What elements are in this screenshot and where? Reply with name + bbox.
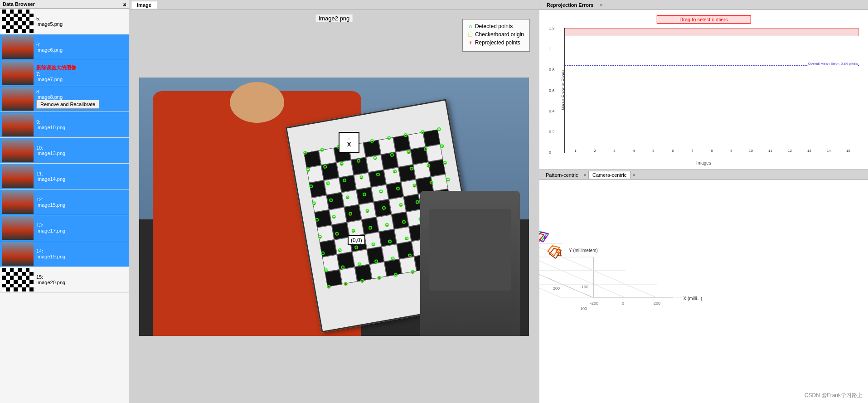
db-item-num-8: 13: bbox=[36, 223, 65, 228]
db-item-num-9: 14: bbox=[36, 248, 65, 254]
db-item-info-4: 9:Image10.png bbox=[36, 119, 65, 130]
reprojected-point: + bbox=[446, 178, 450, 181]
bar-wrap-5[interactable]: 5 bbox=[645, 148, 662, 153]
reprojection-panel: Reprojection Errors × Drag to select out… bbox=[539, 0, 868, 170]
reprojected-point: + bbox=[437, 127, 441, 131]
bar-wrap-10[interactable]: 10 bbox=[742, 148, 760, 153]
db-item-Image6-png[interactable]: 6:Image6.png bbox=[0, 34, 129, 60]
drag-select-label[interactable]: Drag to select outliers bbox=[656, 15, 751, 24]
y-tick-0.2: 0.2 bbox=[549, 130, 555, 134]
db-item-Image17-png[interactable]: 13:Image17.png bbox=[0, 215, 129, 241]
bar-wrap-2[interactable]: 2 bbox=[586, 148, 604, 153]
bar-wrap-1[interactable]: 1 bbox=[567, 148, 584, 153]
bar-wrap-9[interactable]: 9 bbox=[723, 148, 740, 153]
db-item-Image14-png[interactable]: 11:Image14.png bbox=[0, 164, 129, 189]
image-tab[interactable]: Image bbox=[131, 1, 157, 9]
bar-wrap-11[interactable]: 11 bbox=[761, 148, 779, 153]
pattern-centric-tab[interactable]: Pattern-centric bbox=[542, 171, 582, 179]
db-item-Image7-png[interactable]: 删除误差大的图像7:Image7.png bbox=[0, 60, 129, 86]
db-item-info-1: 6:Image6.png bbox=[36, 42, 63, 53]
bar-label-10: 10 bbox=[749, 149, 753, 153]
bar-label-12: 12 bbox=[788, 149, 792, 153]
bar-wrap-14[interactable]: 14 bbox=[820, 148, 838, 153]
db-item-name-1: Image6.png bbox=[36, 47, 63, 53]
bar-label-2: 2 bbox=[594, 149, 596, 153]
y-tick-0.4: 0.4 bbox=[549, 109, 555, 113]
bar-label-3: 3 bbox=[613, 149, 615, 153]
db-item-Image8-png[interactable]: 8:Image8.pngRemove and Recalibrate bbox=[0, 86, 129, 112]
legend-reprojected-label: Reprojected points bbox=[475, 39, 520, 46]
reprojection-tab-label[interactable]: Reprojection Errors bbox=[542, 1, 598, 9]
legend-box: ○ Detected points □ Checkerboard origin … bbox=[462, 19, 530, 52]
bars-container: 123456789101112131415 bbox=[565, 28, 859, 153]
db-item-num-1: 6: bbox=[36, 42, 63, 47]
bar-wrap-7[interactable]: 7 bbox=[684, 148, 701, 153]
image-tab-bar: Image bbox=[129, 0, 539, 10]
db-item-Image10-png[interactable]: 9:Image10.png bbox=[0, 112, 129, 138]
reprojected-point: + bbox=[443, 161, 446, 164]
db-item-warning: 删除误差大的图像 bbox=[36, 64, 76, 71]
db-item-Image13-png[interactable]: 10:Image13.png bbox=[0, 138, 129, 164]
db-item-num-2: 7: bbox=[36, 71, 76, 77]
db-item-Image15-png[interactable]: 12:Image15.png bbox=[0, 189, 129, 215]
bar-wrap-12[interactable]: 12 bbox=[781, 148, 799, 153]
db-item-thumb-9 bbox=[2, 242, 34, 266]
db-item-name-8: Image17.png bbox=[36, 228, 65, 233]
data-browser-title: Data Browser bbox=[3, 1, 35, 7]
scene-background: ++++++++++++++++++++++++++++++++++++++++… bbox=[139, 78, 529, 336]
views-content bbox=[539, 180, 868, 403]
chart-area: Drag to select outliers Mean Error in Pi… bbox=[539, 10, 868, 169]
db-item-name-7: Image15.png bbox=[36, 202, 65, 208]
axis-x-marker: ↑ X bbox=[339, 132, 359, 153]
db-item-name-9: Image19.png bbox=[36, 254, 65, 259]
bar-label-6: 6 bbox=[672, 149, 674, 153]
bar-wrap-4[interactable]: 4 bbox=[625, 148, 643, 153]
camera-centric-close[interactable]: × bbox=[632, 172, 635, 178]
db-item-name-0: Image5.png bbox=[36, 21, 63, 27]
drag-selection-region[interactable] bbox=[565, 28, 859, 36]
bar-label-7: 7 bbox=[691, 149, 693, 153]
y-tick-1.2: 1.2 bbox=[549, 26, 555, 30]
db-item-info-10: 15:Image20.png bbox=[36, 274, 65, 285]
data-browser-list: 5:Image5.png6:Image6.png删除误差大的图像7:Image7… bbox=[0, 9, 129, 403]
db-item-num-6: 11: bbox=[36, 171, 65, 176]
bar-wrap-15[interactable]: 15 bbox=[839, 148, 857, 153]
db-item-thumb-4 bbox=[2, 113, 34, 136]
db-item-info-3: 8:Image8.pngRemove and Recalibrate bbox=[36, 89, 99, 109]
db-item-num-4: 9: bbox=[36, 119, 65, 125]
db-item-thumb-7 bbox=[2, 190, 34, 214]
bar-wrap-8[interactable]: 8 bbox=[703, 148, 721, 153]
legend-detected-icon: ○ bbox=[468, 23, 472, 29]
pattern-centric-close[interactable]: × bbox=[584, 172, 587, 178]
bar-wrap-13[interactable]: 13 bbox=[800, 148, 818, 153]
remove-recalibrate-button[interactable]: Remove and Recalibrate bbox=[36, 100, 99, 109]
db-item-thumb-2 bbox=[2, 61, 34, 85]
right-panel: Reprojection Errors × Drag to select out… bbox=[539, 0, 868, 403]
legend-origin: □ Checkerboard origin bbox=[468, 31, 524, 38]
origin-marker: (0,0) bbox=[348, 235, 365, 245]
db-item-thumb-3 bbox=[2, 87, 34, 111]
db-item-num-3: 8: bbox=[36, 89, 99, 94]
data-browser-expand-icon[interactable]: ⊡ bbox=[122, 2, 126, 7]
db-item-info-9: 14:Image19.png bbox=[36, 248, 65, 259]
image-title: Image2.png bbox=[316, 15, 353, 22]
db-item-Image5-png[interactable]: 5:Image5.png bbox=[0, 9, 129, 34]
camera-centric-tab[interactable]: Camera-centric bbox=[588, 171, 630, 179]
center-panel: Image Image2.png +++++++++++++++++++++++… bbox=[129, 0, 539, 403]
y-tick-0.6: 0.6 bbox=[549, 88, 555, 93]
legend-detected: ○ Detected points bbox=[468, 23, 524, 29]
bar-label-15: 15 bbox=[846, 149, 850, 153]
legend-detected-label: Detected points bbox=[475, 23, 513, 29]
db-item-Image19-png[interactable]: 14:Image19.png bbox=[0, 241, 129, 267]
db-item-name-3: Image8.png bbox=[36, 94, 99, 100]
bar-wrap-3[interactable]: 3 bbox=[606, 148, 623, 153]
db-item-num-0: 5: bbox=[36, 16, 63, 21]
reprojection-close[interactable]: × bbox=[600, 2, 602, 8]
db-item-Image20-png[interactable]: 15:Image20.png bbox=[0, 267, 129, 293]
db-item-thumb-8 bbox=[2, 216, 34, 240]
db-item-thumb-10 bbox=[2, 268, 34, 291]
db-item-name-10: Image20.png bbox=[36, 280, 65, 285]
image-content: Image2.png +++++++++++++++++++++++++++++… bbox=[129, 10, 539, 403]
bar-label-1: 1 bbox=[574, 149, 576, 153]
bar-wrap-6[interactable]: 6 bbox=[664, 148, 682, 153]
